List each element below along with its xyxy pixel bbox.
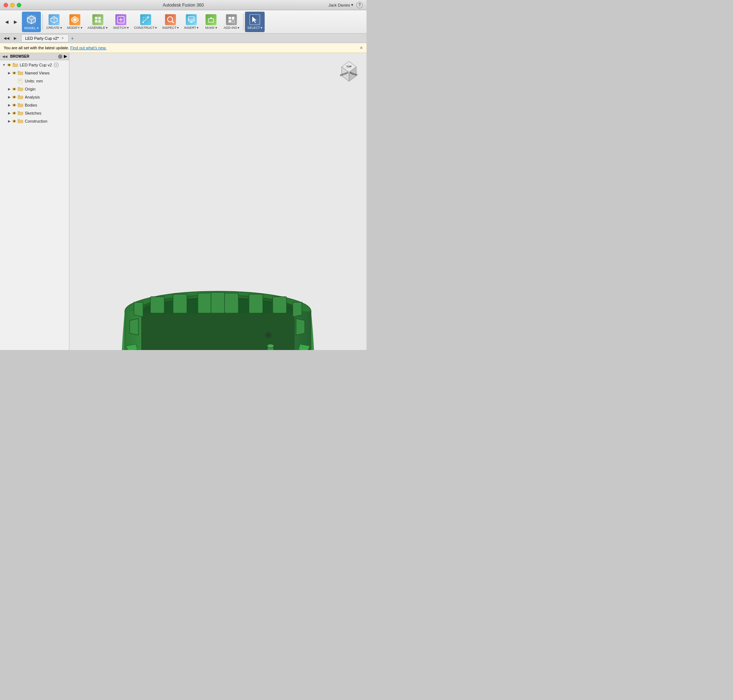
tab-bar: ◀◀ ▶ LED Party Cup v2* × + [0, 34, 366, 43]
insert-tool-label: INSERT ▾ [184, 26, 199, 29]
svg-rect-71 [211, 292, 225, 313]
tab-label: LED Party Cup v2* [25, 36, 59, 41]
model-tool-icon [25, 14, 37, 25]
viewport[interactable]: TOP RIGHT FRONT [69, 53, 366, 350]
named-views-eye-icon [12, 71, 17, 75]
inspect-tool-button[interactable]: INSPECT ▾ [160, 12, 181, 32]
svg-point-46 [13, 88, 15, 90]
minimize-button[interactable] [10, 3, 15, 7]
window-title: Autodesk Fusion 360 [163, 3, 204, 8]
select-tool-button[interactable]: SELECT ▾ [245, 12, 265, 32]
assemble-tool-button[interactable]: ASSEMBLE ▾ [85, 12, 110, 32]
tab-nav-forward[interactable]: ▶ [11, 34, 20, 43]
analysis-folder-icon [18, 94, 24, 100]
root-target-icon [53, 62, 59, 68]
active-tab[interactable]: LED Party Cup v2* × [21, 34, 69, 42]
close-button[interactable] [4, 3, 8, 7]
svg-point-22 [168, 17, 173, 22]
toolbar-separator-2 [243, 14, 243, 30]
browser-expand[interactable]: ▶ [64, 54, 67, 59]
inspect-tool-icon [165, 14, 176, 25]
svg-point-54 [13, 121, 15, 122]
nav-forward-button[interactable]: ▶ [11, 18, 20, 26]
svg-point-80 [266, 333, 270, 337]
construct-tool-label: CONSTRUCT ▾ [134, 26, 157, 29]
svg-marker-29 [210, 17, 212, 19]
sketches-folder-icon [18, 110, 24, 116]
sketch-tool-button[interactable]: SKETCH ▾ [110, 12, 131, 32]
sketch-tool-icon [115, 14, 126, 25]
inspect-tool-label: INSPECT ▾ [162, 26, 179, 29]
make-tool-label: MAKE ▾ [205, 26, 217, 29]
update-banner-close[interactable]: × [360, 45, 363, 51]
main-area: ◀◀ BROWSER ▶ ▼ LED Party Cup v2 [0, 53, 366, 350]
viewcube[interactable]: TOP RIGHT FRONT [334, 56, 364, 85]
svg-rect-33 [232, 20, 234, 23]
svg-rect-72 [225, 293, 238, 313]
sketches-eye-icon [12, 110, 17, 116]
addins-tool-icon [226, 14, 237, 25]
construction-folder-icon [18, 119, 24, 124]
tree-construction[interactable]: ▶ Construction [0, 117, 69, 125]
modify-tool-button[interactable]: MODIFY ▾ [65, 12, 85, 32]
tree-bodies[interactable]: ▶ Bodies [0, 101, 69, 109]
browser-pin[interactable] [58, 54, 62, 59]
create-tool-label: CREATE ▾ [46, 26, 62, 29]
model-tool-label: MODEL ▾ [24, 26, 38, 30]
help-button[interactable]: ? [356, 2, 363, 8]
svg-point-50 [13, 104, 15, 106]
make-tool-button[interactable]: MAKE ▾ [202, 12, 221, 32]
make-tool-icon [206, 14, 216, 25]
insert-tool-icon: SVG [186, 14, 197, 25]
user-menu-button[interactable]: Jack Davies ▾ [328, 3, 353, 7]
svg-rect-41 [18, 79, 22, 83]
browser-header: ◀◀ BROWSER ▶ [0, 53, 69, 60]
nav-back-button[interactable]: ◀ [2, 18, 11, 26]
named-views-label: Named Views [25, 71, 50, 75]
construct-tool-button[interactable]: CONSTRUCT ▾ [132, 12, 159, 32]
sketches-label: Sketches [25, 111, 41, 115]
update-banner: You are all set with the latest update. … [0, 43, 366, 53]
model-container [69, 53, 366, 350]
maximize-button[interactable] [17, 3, 21, 7]
addins-tool-button[interactable]: ADD-INS ▾ [221, 12, 241, 32]
svg-rect-68 [150, 297, 164, 313]
tree-units[interactable]: ▶ Units: mm [0, 77, 69, 85]
assemble-tool-label: ASSEMBLE ▾ [88, 26, 108, 29]
addins-tool-label: ADD-INS ▾ [224, 26, 240, 29]
tree-root-item[interactable]: ▼ LED Party Cup v2 [0, 61, 69, 69]
tree-analysis[interactable]: ▶ Analysis [0, 93, 69, 101]
root-folder-icon [12, 62, 18, 68]
create-tool-button[interactable]: CREATE ▾ [44, 12, 64, 32]
analysis-label: Analysis [25, 95, 40, 99]
construct-tool-icon [140, 14, 151, 25]
svg-point-38 [56, 64, 57, 66]
svg-point-48 [13, 96, 15, 98]
sketches-expander: ▶ [7, 110, 12, 116]
svg-point-36 [8, 64, 10, 66]
find-out-link[interactable]: Find out what's new. [70, 46, 106, 50]
tree-named-views[interactable]: ▶ Named Views [0, 69, 69, 77]
tree-sketches[interactable]: ▶ Sketches [0, 109, 69, 117]
analysis-eye-icon [12, 94, 17, 100]
root-label: LED Party Cup v2 [20, 63, 52, 67]
tab-close-button[interactable]: × [60, 36, 65, 41]
construction-expander: ▶ [7, 119, 12, 124]
user-name: Jack Davies [328, 3, 350, 7]
svg-point-40 [13, 72, 15, 74]
tab-add-button[interactable]: + [71, 35, 74, 41]
named-views-expander: ▶ [7, 71, 12, 75]
origin-folder-icon [18, 87, 24, 92]
tab-nav-back[interactable]: ◀◀ [2, 34, 11, 43]
model-tool-button[interactable]: MODEL ▾ [22, 12, 41, 32]
root-expander: ▼ [1, 62, 7, 68]
svg-rect-70 [198, 293, 212, 313]
tree-origin[interactable]: ▶ Origin [0, 85, 69, 93]
units-doc-icon [18, 78, 24, 84]
insert-tool-button[interactable]: SVG INSERT ▾ [182, 12, 201, 32]
origin-label: Origin [25, 87, 35, 91]
svg-rect-73 [249, 294, 263, 313]
origin-expander: ▶ [7, 87, 12, 92]
browser-actions: ▶ [57, 54, 67, 59]
sketch-tool-label: SKETCH ▾ [113, 26, 129, 29]
